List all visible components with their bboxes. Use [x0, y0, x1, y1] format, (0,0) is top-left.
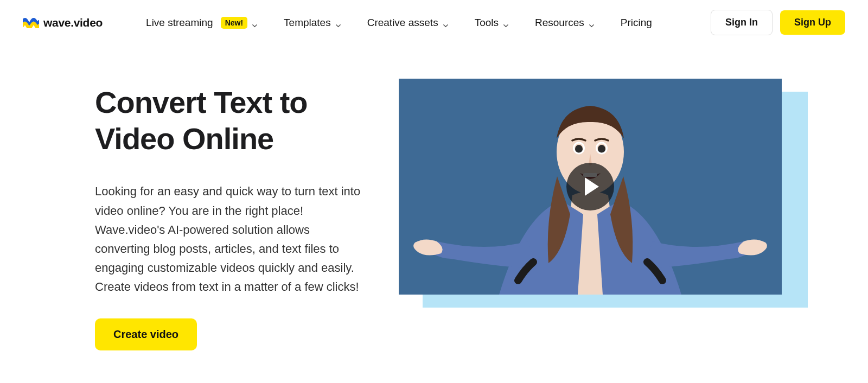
- hero-text: Convert Text to Video Online Looking for…: [95, 79, 366, 350]
- auth-buttons: Sign In Sign Up: [711, 10, 845, 35]
- play-icon: [585, 177, 599, 196]
- nav-creative-assets[interactable]: Creative assets: [367, 17, 449, 29]
- chevron-down-icon: [335, 20, 341, 25]
- new-badge: New!: [221, 17, 247, 29]
- chevron-down-icon: [252, 20, 258, 25]
- chevron-down-icon: [589, 20, 595, 25]
- create-video-button[interactable]: Create video: [95, 318, 197, 350]
- nav-label: Tools: [475, 17, 499, 29]
- nav-pricing[interactable]: Pricing: [621, 17, 652, 29]
- video-thumbnail[interactable]: [399, 79, 782, 295]
- logo-text: wave.video: [43, 16, 103, 29]
- nav-label: Live streaming: [146, 17, 213, 29]
- nav-label: Pricing: [621, 17, 652, 29]
- nav-label: Creative assets: [367, 17, 438, 29]
- sign-in-button[interactable]: Sign In: [711, 10, 773, 35]
- hero-section: Convert Text to Video Online Looking for…: [0, 45, 868, 350]
- chevron-down-icon: [443, 20, 449, 25]
- nav-label: Resources: [535, 17, 584, 29]
- play-button[interactable]: [566, 163, 614, 210]
- wave-logo-icon: [23, 17, 39, 28]
- hero-description: Looking for an easy and quick way to tur…: [95, 182, 366, 296]
- nav-resources[interactable]: Resources: [535, 17, 595, 29]
- main-nav: Live streaming New! Templates Creative a…: [146, 17, 689, 29]
- hero-title: Convert Text to Video Online: [95, 84, 366, 157]
- header: wave.video Live streaming New! Templates…: [0, 0, 868, 45]
- logo[interactable]: wave.video: [23, 16, 103, 29]
- nav-templates[interactable]: Templates: [284, 17, 341, 29]
- nav-label: Templates: [284, 17, 331, 29]
- nav-live-streaming[interactable]: Live streaming New!: [146, 17, 258, 29]
- hero-video-container: [399, 79, 795, 307]
- sign-up-button[interactable]: Sign Up: [780, 10, 845, 35]
- chevron-down-icon: [503, 20, 509, 25]
- nav-tools[interactable]: Tools: [475, 17, 509, 29]
